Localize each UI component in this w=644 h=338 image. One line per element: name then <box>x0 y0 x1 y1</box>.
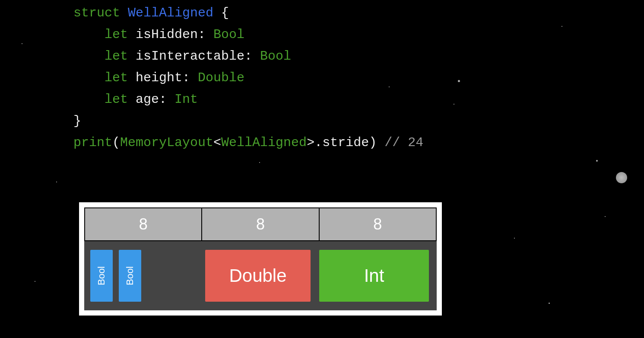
brace-open: { <box>213 6 229 20</box>
keyword-let: let <box>105 70 128 85</box>
memory-layout: MemoryLayout <box>120 135 213 150</box>
struct-name: WellAligned <box>128 6 213 20</box>
memory-blocks: Bool Bool Double Int <box>84 241 437 310</box>
block-int: Int <box>319 250 429 302</box>
star <box>35 281 35 282</box>
star <box>454 104 454 105</box>
star <box>458 80 460 82</box>
block-bool: Bool <box>90 250 113 302</box>
field-name: age <box>136 92 159 107</box>
ruler-cell: 8 <box>320 207 437 240</box>
field-name: height <box>136 70 182 85</box>
block-bool: Bool <box>119 250 141 302</box>
comment: // 24 <box>377 135 423 150</box>
ruler-cell: 8 <box>202 207 319 240</box>
star <box>562 26 562 27</box>
field-type: Bool <box>260 49 291 64</box>
field-name: isHidden <box>136 27 198 42</box>
star-large <box>616 172 627 183</box>
field-type: Bool <box>213 27 244 42</box>
star <box>549 303 550 304</box>
keyword-struct: struct <box>73 6 120 20</box>
field-type: Int <box>174 92 198 107</box>
ruler-cell: 8 <box>84 207 202 240</box>
field-type: Double <box>198 70 244 85</box>
keyword-let: let <box>105 92 128 107</box>
brace-close: } <box>73 114 81 128</box>
star <box>259 162 260 163</box>
star <box>596 160 598 162</box>
stride-prop: .stride <box>314 135 369 150</box>
keyword-let: let <box>105 27 128 42</box>
byte-ruler: 8 8 8 <box>84 207 437 241</box>
star <box>22 43 22 44</box>
memory-diagram: 8 8 8 Bool Bool Double Int <box>79 202 442 316</box>
func-print: print <box>73 135 112 150</box>
block-double: Double <box>205 250 311 302</box>
keyword-let: let <box>105 49 128 64</box>
generic-type: WellAligned <box>221 135 307 150</box>
star <box>514 238 515 239</box>
field-name: isInteractable <box>136 49 244 64</box>
code-block: struct WellAligned { let isHidden: Bool … <box>73 2 423 153</box>
star <box>605 216 606 217</box>
star <box>56 182 57 182</box>
